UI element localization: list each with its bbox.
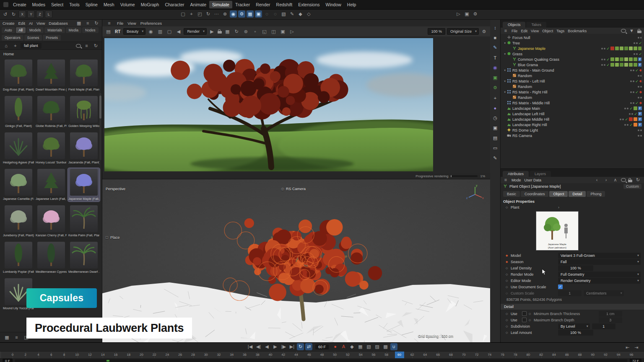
- tab-objects[interactable]: Objects: [503, 22, 526, 28]
- asset-item[interactable]: Lombardy Poplar (Fall...: [3, 241, 34, 274]
- object-row[interactable]: Landscape Right Hill✓F: [501, 122, 644, 127]
- object-row[interactable]: Focus Null: [501, 35, 644, 40]
- material-swatch[interactable]: [620, 63, 623, 67]
- attr-tab-detail[interactable]: Detail: [569, 191, 586, 197]
- filter-materials[interactable]: Materials: [44, 27, 65, 33]
- material-swatch[interactable]: [620, 57, 623, 61]
- material-swatch[interactable]: [620, 47, 623, 50]
- simulate-toggle-icon[interactable]: ◉: [230, 10, 237, 18]
- material-swatch[interactable]: [615, 57, 619, 61]
- field-tag-icon[interactable]: F: [638, 106, 642, 110]
- view-list-icon[interactable]: ≡: [84, 20, 91, 27]
- primitive-cube-icon[interactable]: ■: [491, 34, 499, 41]
- filter-all[interactable]: All: [16, 27, 26, 33]
- tab-layers[interactable]: Layers: [530, 171, 551, 177]
- rv-menu-file[interactable]: File: [117, 21, 123, 26]
- field-tag-icon[interactable]: F: [638, 123, 642, 127]
- compare-icon[interactable]: ◫: [270, 28, 277, 35]
- asset-menu-edit[interactable]: Edit: [18, 21, 25, 26]
- asset-menu-create[interactable]: Create: [3, 21, 15, 26]
- filter-nodes[interactable]: Nodes: [82, 27, 99, 33]
- custom-button[interactable]: Custom: [623, 184, 641, 189]
- axis-toggle-z[interactable]: Z: [36, 10, 44, 18]
- coordinate-system-icon[interactable]: ⊕: [221, 10, 229, 18]
- asset-menu-databases[interactable]: Databases: [49, 21, 68, 26]
- material-swatch[interactable]: [634, 57, 637, 61]
- material-swatch[interactable]: [634, 47, 637, 50]
- enabled-check-icon[interactable]: ✓: [635, 68, 639, 72]
- marker-forward-icon[interactable]: ⇥: [633, 344, 640, 351]
- object-row[interactable]: Landscape Left Hill✓F: [501, 111, 644, 116]
- object-row[interactable]: RS Camera: [501, 133, 644, 138]
- object-row[interactable]: Random: [501, 95, 644, 100]
- render-visibility-dot[interactable]: [636, 42, 638, 44]
- render-visibility-dot[interactable]: [627, 124, 628, 126]
- current-frame-field[interactable]: 60 F: [315, 344, 329, 349]
- editor-visibility-dot[interactable]: [624, 108, 626, 109]
- next-key-button[interactable]: ▶|: [288, 343, 296, 350]
- object-row[interactable]: RS Matrix - Middle Hill✓◆: [501, 100, 644, 106]
- view-grid-icon[interactable]: ▦: [75, 20, 83, 27]
- material-swatch[interactable]: [629, 117, 633, 121]
- last-tool-icon[interactable]: ⋯: [213, 10, 220, 18]
- editor-mode-dropdown[interactable]: Render Geometry: [558, 278, 641, 284]
- menu-help[interactable]: Help: [344, 1, 359, 8]
- search-icon[interactable]: [76, 44, 81, 48]
- object-row[interactable]: ▾RS Matrix - Main Ground✓◆: [501, 67, 644, 73]
- render-visibility-dot[interactable]: [622, 119, 624, 120]
- asset-item[interactable]: Mediterranean Dwarf ...: [68, 241, 100, 274]
- editor-visibility-dot[interactable]: [634, 53, 635, 55]
- refresh-icon[interactable]: ↻: [92, 42, 99, 49]
- menu-spline[interactable]: Spline: [83, 1, 101, 8]
- search-objects-icon[interactable]: [621, 29, 626, 33]
- subtab-presets[interactable]: Presets: [43, 35, 61, 41]
- layers-icon[interactable]: ▤: [491, 134, 499, 142]
- detail-section-header[interactable]: Detail: [501, 304, 644, 310]
- use-document-scale-checkbox[interactable]: ✓: [558, 284, 563, 289]
- menu-simulate[interactable]: Simulate: [209, 1, 232, 8]
- material-swatch[interactable]: [624, 47, 628, 50]
- asset-item[interactable]: Jacaranda (Fall, Plant): [68, 132, 100, 165]
- asset-item[interactable]: Hedgehog Agave (Fall...: [3, 132, 34, 165]
- render-dropdown[interactable]: Render: [184, 28, 207, 35]
- editor-visibility-dot[interactable]: [630, 70, 632, 71]
- material-swatch[interactable]: [610, 47, 614, 50]
- render-visibility-dot[interactable]: [633, 70, 634, 71]
- live-selection-icon[interactable]: ▢: [179, 10, 187, 18]
- enabled-check-icon[interactable]: ✓: [606, 47, 610, 51]
- editor-visibility-dot[interactable]: [630, 91, 632, 93]
- objects-menu-view[interactable]: View: [531, 29, 539, 33]
- editor-visibility-dot[interactable]: [638, 129, 639, 131]
- axis-toggle-l[interactable]: L: [45, 10, 52, 18]
- custom-scale-field[interactable]: 1: [558, 290, 582, 296]
- viewport-label[interactable]: Perspective: [106, 187, 125, 191]
- attr-tab-object[interactable]: Object: [549, 191, 568, 197]
- rv-menu-preferences[interactable]: Preferences: [140, 21, 162, 26]
- crop-icon[interactable]: ▢: [166, 28, 173, 35]
- up-icon[interactable]: ∧: [612, 176, 619, 184]
- lock-objects-icon[interactable]: [637, 31, 641, 33]
- objects-scrollbar[interactable]: [641, 29, 644, 83]
- max-branch-use-checkbox[interactable]: [522, 318, 527, 322]
- asset-item[interactable]: Dwarf Mountain Pine (...: [35, 59, 67, 92]
- prev-key-button[interactable]: ◀|: [255, 343, 262, 350]
- editor-visibility-dot[interactable]: [601, 59, 603, 60]
- footer-list-icon[interactable]: ≡: [13, 334, 20, 341]
- menu-render[interactable]: Render: [253, 1, 273, 8]
- loop-button[interactable]: ↻: [297, 343, 304, 350]
- menu-mograph[interactable]: MoGraph: [138, 1, 162, 8]
- refresh-attr-icon[interactable]: ↻: [634, 176, 641, 184]
- zoom-field[interactable]: 100 %: [428, 28, 445, 35]
- filter-view-icon[interactable]: ▼: [628, 27, 635, 34]
- collapse-icon[interactable]: ▾: [503, 52, 507, 56]
- object-row[interactable]: Blue Grama✓F: [501, 62, 644, 67]
- nav-arrows-icon[interactable]: ↕: [491, 24, 499, 31]
- menu-extensions[interactable]: Extensions: [295, 1, 322, 8]
- undo-icon[interactable]: ↺: [2, 11, 9, 18]
- object-row[interactable]: ▾Grass✓: [501, 51, 644, 57]
- render-visibility-dot[interactable]: [640, 129, 642, 131]
- back-icon[interactable]: ‹: [593, 176, 600, 184]
- size-dropdown[interactable]: Original Size: [447, 28, 479, 35]
- prev-render-icon[interactable]: ◀: [175, 28, 182, 35]
- editor-visibility-dot[interactable]: [638, 37, 639, 39]
